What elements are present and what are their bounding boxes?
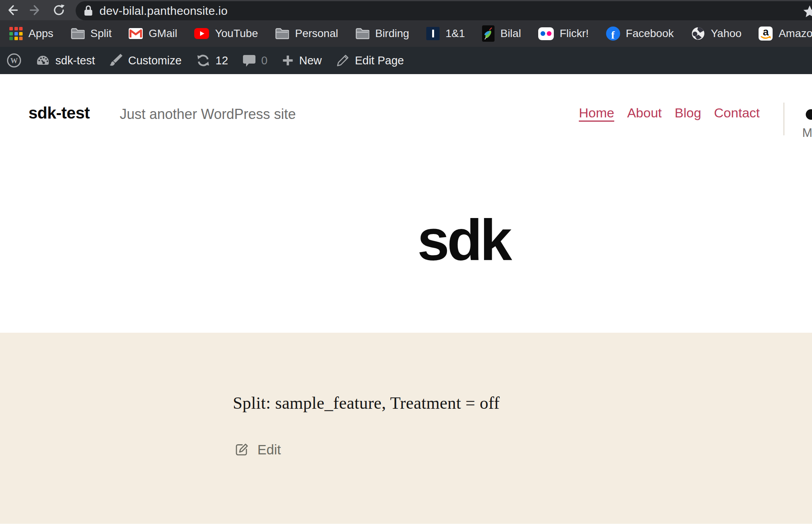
flickr-icon [538, 27, 554, 40]
admin-customize-label: Customize [128, 54, 182, 67]
sdk-logo: sdk [417, 211, 510, 269]
admin-comments[interactable]: 0 [243, 54, 268, 67]
admin-new-label: New [299, 54, 322, 67]
nav-item-contact[interactable]: Contact [714, 105, 760, 121]
bookmark-label: Apps [28, 27, 53, 40]
globe-icon [691, 27, 705, 41]
bookmark-label: Yahoo [711, 27, 742, 40]
wp-admin-bar: W sdk-test Customize 12 [0, 47, 812, 74]
folder-icon [71, 28, 85, 39]
bookmark-1and1[interactable]: 1&1 [426, 27, 465, 40]
wordpress-logo-icon: W [6, 53, 22, 68]
site-title[interactable]: sdk-test [28, 104, 90, 122]
next-section-edge [0, 524, 812, 532]
reload-icon [52, 4, 66, 17]
primary-nav: Home About Blog Contact [579, 105, 760, 121]
bookmark-amazon[interactable]: a Amazon [759, 27, 812, 41]
comment-bubble-icon [243, 54, 256, 67]
nav-item-home[interactable]: Home [579, 105, 614, 121]
hummingbird-icon [482, 25, 495, 42]
1and1-icon [426, 27, 440, 40]
split-status-text: Split: sample_feature, Treatment = off [233, 393, 500, 413]
bookmarks-bar: Apps Split GMail YouTube Personal [0, 20, 812, 47]
bookmark-label: GMail [149, 27, 177, 40]
paintbrush-icon [110, 53, 123, 67]
bookmark-flickr[interactable]: Flickr! [538, 27, 589, 40]
bookmark-label: YouTube [215, 27, 258, 40]
admin-updates[interactable]: 12 [196, 54, 228, 67]
bookmark-bilal[interactable]: Bilal [482, 25, 521, 42]
plus-icon [282, 55, 294, 66]
bookmark-label: Personal [295, 27, 338, 40]
bookmark-split[interactable]: Split [71, 27, 112, 40]
menu-label-partial[interactable]: M [802, 126, 812, 140]
bookmark-star-icon[interactable] [803, 5, 812, 18]
admin-site-name[interactable]: sdk-test [36, 54, 95, 67]
dashboard-gauge-icon [36, 55, 50, 66]
youtube-icon [194, 28, 209, 39]
forward-arrow-icon [29, 4, 42, 17]
update-arrows-icon [196, 54, 210, 67]
admin-updates-count: 12 [216, 54, 228, 67]
lock-icon [83, 5, 94, 17]
search-dot-icon[interactable] [806, 109, 812, 120]
apps-grid-icon [9, 27, 23, 40]
browser-toolbar: dev-bilal.pantheonsite.io [0, 0, 812, 20]
edit-square-pencil-icon [234, 442, 250, 458]
bookmark-gmail[interactable]: GMail [129, 27, 177, 40]
address-bar[interactable]: dev-bilal.pantheonsite.io [76, 1, 812, 20]
bookmark-label: Flickr! [560, 27, 589, 40]
admin-customize[interactable]: Customize [110, 53, 182, 67]
header-divider [784, 103, 784, 135]
bookmark-label: Birding [375, 27, 409, 40]
bookmark-label: 1&1 [445, 27, 465, 40]
admin-edit-page[interactable]: Edit Page [336, 54, 404, 67]
back-arrow-icon [5, 4, 19, 17]
wp-logo-menu[interactable]: W [6, 53, 22, 68]
reload-button[interactable] [52, 4, 66, 17]
bookmark-yahoo[interactable]: Yahoo [691, 27, 742, 41]
site-tagline: Just another WordPress site [120, 106, 296, 122]
facebook-icon: f [606, 27, 620, 41]
amazon-icon: a [759, 27, 773, 41]
bookmark-youtube[interactable]: YouTube [194, 27, 258, 40]
edit-link[interactable]: Edit [234, 442, 281, 458]
bookmark-birding[interactable]: Birding [355, 27, 409, 40]
nav-item-blog[interactable]: Blog [675, 105, 701, 121]
folder-icon [275, 28, 289, 39]
edit-link-label: Edit [257, 442, 281, 458]
bookmark-facebook[interactable]: f Facebook [606, 27, 674, 41]
back-button[interactable] [5, 4, 19, 17]
svg-text:W: W [11, 57, 18, 65]
pencil-icon [336, 54, 349, 67]
url-text: dev-bilal.pantheonsite.io [99, 4, 228, 18]
split-section: Split: sample_feature, Treatment = off E… [0, 333, 812, 524]
admin-comments-count: 0 [261, 54, 268, 67]
bookmark-label: Bilal [500, 27, 521, 40]
gmail-icon [129, 28, 143, 39]
bookmark-personal[interactable]: Personal [275, 27, 338, 40]
nav-item-about[interactable]: About [627, 105, 662, 121]
admin-site-name-label: sdk-test [55, 54, 95, 67]
bookmark-label: Amazon [778, 27, 812, 40]
bookmark-label: Split [90, 27, 112, 40]
site-main: sdk-test Just another WordPress site Hom… [0, 74, 812, 333]
admin-edit-page-label: Edit Page [355, 54, 404, 67]
bookmark-label: Facebook [626, 27, 674, 40]
forward-button[interactable] [29, 4, 42, 17]
folder-icon [355, 28, 369, 39]
bookmark-apps[interactable]: Apps [9, 27, 53, 40]
admin-new[interactable]: New [282, 54, 322, 67]
